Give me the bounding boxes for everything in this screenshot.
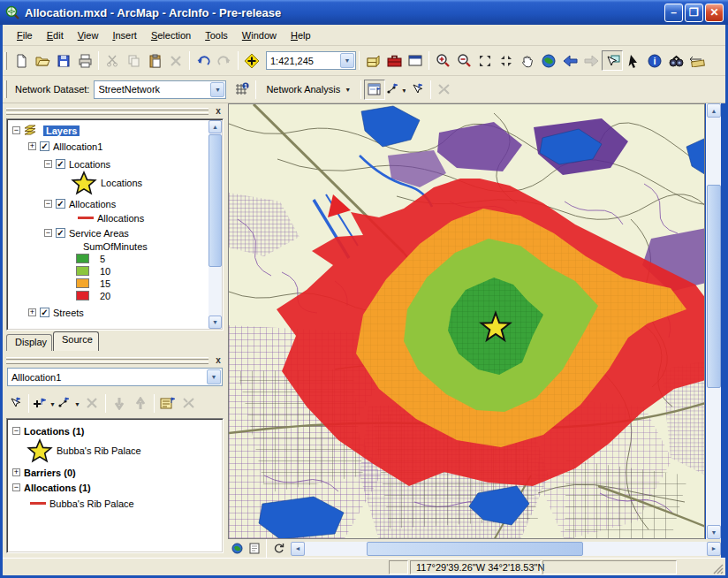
undo-button[interactable] xyxy=(193,50,214,71)
toc-layer-locations[interactable]: − ✓ Locations xyxy=(44,157,110,171)
map-hscroll-thumb[interactable] xyxy=(367,542,583,556)
arccatalog-button[interactable] xyxy=(362,50,383,71)
toc-layer-allocations[interactable]: − ✓ Allocations xyxy=(44,197,116,210)
analyst-close-icon[interactable]: x xyxy=(212,354,224,366)
network-dataset-combo[interactable]: StreetNetwork ▼ xyxy=(94,80,226,99)
menu-edit[interactable]: Edit xyxy=(40,27,71,43)
solve-icon[interactable] xyxy=(178,393,200,414)
zoom-rectangle-tool[interactable] xyxy=(602,50,623,71)
select-elements-button[interactable] xyxy=(623,50,644,71)
find-button[interactable] xyxy=(665,50,686,71)
visibility-checkbox[interactable]: ✓ xyxy=(40,308,49,317)
move-down-icon[interactable] xyxy=(109,393,130,414)
redo-icon[interactable] xyxy=(214,50,235,71)
visibility-checkbox[interactable]: ✓ xyxy=(56,228,65,238)
toolbar-grip[interactable] xyxy=(4,52,7,70)
visibility-checkbox[interactable]: ✓ xyxy=(40,141,49,151)
visibility-checkbox[interactable]: ✓ xyxy=(56,159,65,169)
arctoolbox-button[interactable] xyxy=(383,50,405,71)
menu-insert[interactable]: Insert xyxy=(105,27,144,43)
toc-root-row[interactable]: − Layers xyxy=(12,124,80,137)
layer-label[interactable]: Service Areas xyxy=(69,228,129,239)
map-scroll-right-icon[interactable]: ► xyxy=(707,542,721,556)
map-canvas[interactable] xyxy=(228,103,705,539)
map-horizontal-scrollbar[interactable] xyxy=(305,542,707,556)
paste-button[interactable] xyxy=(144,50,165,71)
copy-icon[interactable] xyxy=(123,50,144,71)
build-network-button[interactable]: 1 xyxy=(231,80,253,100)
save-button[interactable] xyxy=(53,50,74,71)
analyst-panel-header[interactable]: x xyxy=(3,354,228,366)
layer-label[interactable]: Allocations xyxy=(69,199,116,209)
title-bar[interactable]: Allocation.mxd - ArcMap - ArcInfo - Pre-… xyxy=(0,0,728,25)
toc-layer-allocation1[interactable]: + ✓ Alllocation1 xyxy=(28,140,102,153)
go-back-button[interactable] xyxy=(559,50,580,71)
map-vscroll-thumb[interactable] xyxy=(707,185,721,388)
toc-scroll-up-icon[interactable]: ▲ xyxy=(209,120,222,133)
network-dataset-dropdown-icon[interactable]: ▼ xyxy=(210,82,224,97)
analyst-location-item[interactable]: Bubba's Rib Palace xyxy=(27,438,141,463)
map-scroll-left-icon[interactable]: ◄ xyxy=(291,542,305,556)
expand-icon[interactable]: + xyxy=(12,468,20,476)
menu-tools[interactable]: Tools xyxy=(198,27,235,43)
layer-label[interactable]: Locations xyxy=(69,159,110,170)
expand-icon[interactable]: + xyxy=(28,142,36,150)
command-window-button[interactable] xyxy=(405,50,426,71)
layout-view-button[interactable] xyxy=(246,538,263,559)
open-button[interactable] xyxy=(32,50,53,71)
map-scroll-down-icon[interactable]: ▼ xyxy=(707,525,721,539)
analyst-locations-header-row[interactable]: − Locations (1) xyxy=(12,424,84,437)
select-network-locations-tool[interactable] xyxy=(406,80,428,100)
toc-layer-streets[interactable]: + ✓ Streets xyxy=(28,306,84,319)
tab-source[interactable]: Source xyxy=(53,331,99,351)
visibility-checkbox[interactable]: ✓ xyxy=(56,199,65,209)
analyst-layer-dropdown-icon[interactable]: ▼ xyxy=(207,369,221,384)
zoom-in-button[interactable] xyxy=(432,50,453,71)
analyst-category-label[interactable]: Locations (1) xyxy=(24,426,84,437)
minimize-button[interactable]: – xyxy=(664,4,683,22)
select-locations-pointer-tool[interactable] xyxy=(4,393,26,414)
menu-window[interactable]: Window xyxy=(235,27,284,43)
close-button[interactable]: ✕ xyxy=(705,4,724,22)
analyst-allocations-header-row[interactable]: − Allocations (1) xyxy=(12,481,91,494)
print-button[interactable] xyxy=(74,50,95,71)
collapse-icon[interactable]: − xyxy=(44,200,52,208)
analyst-allocation-item[interactable]: Bubba's Rib Palace xyxy=(30,497,134,510)
network-location-tool[interactable]: ▼ xyxy=(57,393,81,414)
allocation-item-label[interactable]: Bubba's Rib Palace xyxy=(49,498,134,509)
create-network-location-tool[interactable]: ▼ xyxy=(385,80,406,100)
analyst-layer-combo[interactable]: Alllocation1 ▼ xyxy=(7,368,223,386)
move-up-icon[interactable] xyxy=(130,393,151,414)
map-vertical-scrollbar[interactable]: ▲ ▼ xyxy=(706,103,721,539)
fixed-zoom-out-button[interactable] xyxy=(496,50,517,71)
maximize-button[interactable]: ❐ xyxy=(685,4,703,22)
map-scale-combo[interactable]: 1:421,245 ▼ xyxy=(266,51,356,70)
data-view-button[interactable] xyxy=(228,538,246,559)
collapse-icon[interactable]: − xyxy=(12,427,20,435)
tab-display[interactable]: Display xyxy=(6,334,52,351)
toc-panel-header[interactable]: x xyxy=(3,105,228,117)
location-item-label[interactable]: Bubba's Rib Palace xyxy=(57,445,141,456)
measure-button[interactable] xyxy=(686,50,708,71)
expand-icon[interactable]: + xyxy=(28,308,36,316)
menu-file[interactable]: File xyxy=(10,27,40,43)
analysis-properties-button[interactable] xyxy=(157,393,178,414)
identify-button[interactable]: i xyxy=(644,50,665,71)
zoom-out-button[interactable] xyxy=(453,50,474,71)
refresh-view-button[interactable] xyxy=(269,538,287,559)
network-analysis-menu-button[interactable]: Network Analysis ▼ xyxy=(259,82,358,96)
layer-label[interactable]: Streets xyxy=(53,308,84,318)
collapse-icon[interactable]: − xyxy=(12,126,20,134)
toc-scroll-down-icon[interactable]: ▼ xyxy=(209,316,222,329)
full-extent-button[interactable] xyxy=(538,50,559,71)
delete-location-icon[interactable] xyxy=(81,393,102,414)
layer-label[interactable]: Alllocation1 xyxy=(53,141,102,152)
go-forward-icon[interactable] xyxy=(580,50,602,71)
toc-scroll-thumb[interactable] xyxy=(209,134,222,267)
analyst-category-label[interactable]: Allocations (1) xyxy=(24,483,91,493)
toolbar-grip[interactable] xyxy=(4,80,7,98)
scale-dropdown-icon[interactable]: ▼ xyxy=(340,53,354,68)
resize-grip[interactable] xyxy=(712,563,724,575)
cut-icon[interactable] xyxy=(102,50,123,71)
collapse-icon[interactable]: − xyxy=(44,160,52,168)
